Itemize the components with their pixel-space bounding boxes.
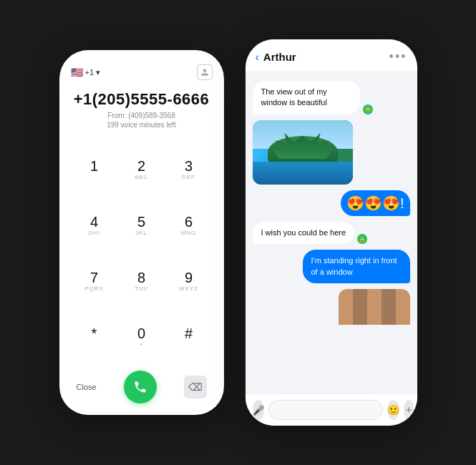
message-body: The view out of my window is beautiful 🔒… bbox=[246, 72, 417, 393]
message-input-bar: 🎤 🙂 ＋ bbox=[246, 393, 417, 426]
lock-icon-4: 🔒 bbox=[357, 234, 367, 244]
key-digit-10: 0 bbox=[137, 326, 145, 341]
bubble-received-4: I wish you could be here bbox=[253, 222, 355, 244]
bubble-sent-emoji: 😍😍😍! bbox=[341, 190, 410, 216]
key-letters-7: TUV bbox=[135, 285, 148, 293]
flag-icon: 🇺🇸 bbox=[71, 67, 83, 78]
message-text-4: I wish you could be here bbox=[261, 228, 346, 237]
add-button[interactable]: ＋ bbox=[404, 400, 414, 420]
country-code: +1 bbox=[85, 68, 94, 77]
key-letters-8: WXYZ bbox=[179, 285, 198, 293]
key-7[interactable]: 7PQRS bbox=[71, 253, 118, 309]
key-letters-2: DEF bbox=[182, 174, 195, 181]
key-8[interactable]: 8TUV bbox=[118, 253, 165, 309]
key-digit-6: 7 bbox=[90, 270, 98, 285]
emoji-button[interactable]: 🙂 bbox=[387, 400, 399, 420]
key-6[interactable]: 6MNO bbox=[165, 197, 213, 253]
mic-button[interactable]: 🎤 bbox=[253, 400, 264, 420]
header-left: ‹ Arthur bbox=[256, 51, 296, 64]
key-letters-1: ABC bbox=[135, 174, 148, 181]
message-row-6 bbox=[253, 289, 410, 325]
call-button[interactable] bbox=[124, 371, 157, 403]
message-text-1: The view out of my window is beautiful bbox=[261, 87, 327, 107]
key-3[interactable]: 3DEF bbox=[165, 142, 213, 197]
more-options-button[interactable]: ••• bbox=[389, 49, 407, 64]
dialer-phone: 🇺🇸 +1 ▾ +1(205)5555-6666 From: (409)589-… bbox=[59, 50, 224, 415]
back-button[interactable]: ‹ bbox=[256, 51, 259, 64]
image-bubble bbox=[253, 120, 353, 185]
key-digit-11: # bbox=[185, 326, 193, 341]
message-header: ‹ Arthur ••• bbox=[246, 39, 417, 72]
key-letters-10: + bbox=[140, 341, 144, 348]
close-button[interactable]: Close bbox=[77, 383, 97, 391]
message-row-image bbox=[253, 120, 410, 185]
image-scene bbox=[253, 120, 353, 185]
dialer-bottom: Close ⌫ bbox=[71, 371, 213, 403]
bubble-received-1: The view out of my window is beautiful bbox=[253, 81, 360, 114]
message-input[interactable] bbox=[268, 400, 383, 420]
keypad: 12ABC3DEF4GHI5JKL6MNO7PQRS8TUV9WXYZ*0+# bbox=[71, 142, 213, 365]
key-0[interactable]: 0+ bbox=[118, 309, 165, 365]
minutes-left: 199 voice minutes left bbox=[107, 121, 176, 129]
bubble-sent-5: I'm standing right in front of a window bbox=[303, 250, 410, 283]
key-letters-6: PQRS bbox=[84, 285, 104, 293]
key-2[interactable]: 2ABC bbox=[118, 142, 165, 197]
key-9[interactable]: 9WXYZ bbox=[165, 253, 213, 309]
key-digit-8: 9 bbox=[185, 270, 193, 285]
messaging-phone: ‹ Arthur ••• The view out of my window i… bbox=[246, 39, 417, 426]
phone-number-display: +1(205)5555-6666 bbox=[74, 90, 210, 109]
message-text-3: 😍😍😍! bbox=[346, 195, 404, 211]
key-digit-2: 3 bbox=[185, 159, 193, 173]
partial-image-bubble bbox=[339, 289, 410, 325]
water-element bbox=[253, 162, 353, 185]
key-1[interactable]: 1 bbox=[71, 142, 118, 197]
lock-icon-1: 🔒 bbox=[363, 104, 373, 114]
key-digit-5: 6 bbox=[185, 215, 193, 229]
key-digit-7: 8 bbox=[137, 270, 145, 285]
key-4[interactable]: 4GHI bbox=[71, 197, 118, 253]
key-digit-4: 5 bbox=[137, 215, 145, 229]
key-digit-0: 1 bbox=[90, 159, 98, 173]
message-row-4: I wish you could be here 🔒 bbox=[253, 222, 410, 244]
key-#[interactable]: # bbox=[165, 309, 213, 365]
message-row-5: I'm standing right in front of a window bbox=[253, 250, 410, 283]
message-row-emoji: 😍😍😍! bbox=[253, 190, 410, 216]
key-letters-4: JKL bbox=[135, 230, 147, 237]
from-number: From: (409)589-3568 bbox=[107, 112, 175, 119]
key-5[interactable]: 5JKL bbox=[118, 197, 165, 253]
backspace-button[interactable]: ⌫ bbox=[184, 376, 207, 398]
key-digit-9: * bbox=[92, 326, 97, 341]
message-text-5: I'm standing right in front of a window bbox=[311, 256, 397, 275]
key-letters-5: MNO bbox=[181, 230, 197, 237]
key-digit-1: 2 bbox=[137, 159, 145, 173]
country-selector[interactable]: 🇺🇸 +1 ▾ bbox=[71, 67, 101, 78]
contact-name: Arthur bbox=[263, 51, 296, 63]
dialer-top-bar: 🇺🇸 +1 ▾ bbox=[71, 64, 213, 80]
key-letters-3: GHI bbox=[88, 230, 100, 237]
contact-icon[interactable] bbox=[197, 64, 213, 80]
key-*[interactable]: * bbox=[71, 309, 118, 365]
message-row: The view out of my window is beautiful 🔒 bbox=[253, 81, 410, 114]
chevron-down-icon: ▾ bbox=[96, 68, 100, 77]
key-digit-3: 4 bbox=[90, 215, 98, 229]
partial-img-content bbox=[339, 289, 410, 325]
